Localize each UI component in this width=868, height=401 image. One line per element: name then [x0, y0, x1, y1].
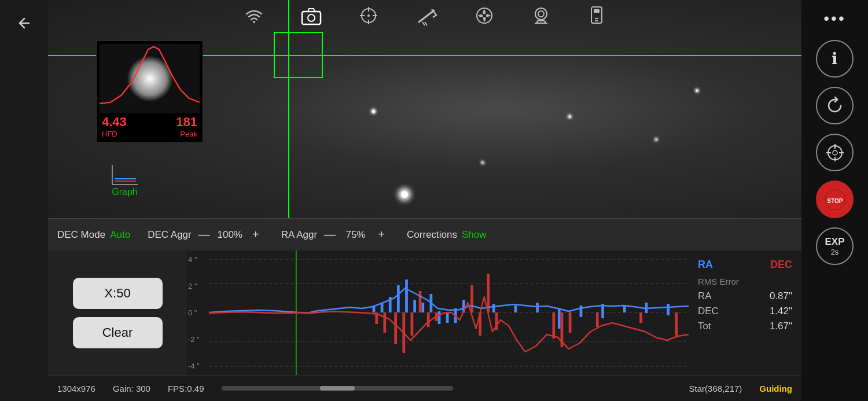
graph-mini-dec [115, 181, 136, 182]
rms-dec-value: 1.42" [770, 306, 792, 317]
dec-mode-value[interactable]: Auto [110, 229, 130, 241]
camera-view[interactable]: 4.43 HFD 181 Peak Graph [48, 0, 801, 218]
refresh-icon [825, 95, 845, 116]
status-bar: 1304x976 Gain: 300 FPS:0.49 Star(368,217… [48, 375, 801, 401]
bell-curve [100, 44, 200, 109]
scroll-thumb[interactable] [320, 386, 355, 391]
peak-number: 181 [176, 115, 197, 130]
stop-button[interactable]: STOP [816, 181, 854, 218]
dec-aggr-minus[interactable]: — [196, 227, 212, 243]
svg-rect-1 [302, 12, 321, 24]
svg-rect-51 [394, 312, 397, 344]
clear-button[interactable]: Clear [73, 317, 163, 348]
ra-aggr-pct: 75% [343, 229, 369, 241]
peak-label: Peak [180, 130, 197, 138]
refresh-button[interactable] [816, 87, 854, 124]
chart-area: X:50 Clear 4 " 2 " 0 " -2 " -4 " [48, 251, 801, 375]
svg-text:STOP: STOP [827, 198, 843, 204]
svg-rect-61 [552, 312, 555, 339]
rms-error-title: RMS Error [698, 277, 792, 287]
camera-icon[interactable] [300, 5, 323, 29]
rms-tot-value: 1.67" [770, 321, 792, 332]
svg-rect-44 [580, 306, 583, 317]
corrections-group: Corrections Show [407, 229, 486, 241]
more-options[interactable]: ••• [823, 9, 845, 28]
svg-rect-50 [383, 312, 386, 333]
rms-dec-label: DEC [770, 259, 792, 271]
svg-rect-43 [558, 308, 561, 329]
dec-aggr-label: DEC Aggr [148, 229, 192, 241]
rms-dec-row: DEC 1.42" [698, 306, 792, 317]
svg-rect-65 [639, 312, 642, 323]
svg-point-12 [483, 14, 486, 17]
exp-button[interactable]: EXP 2s [816, 227, 854, 265]
svg-rect-33 [413, 300, 416, 312]
target-box [274, 32, 323, 78]
svg-rect-42 [536, 303, 539, 312]
storage-icon[interactable] [587, 5, 606, 29]
rms-ra-label: RA [698, 259, 713, 271]
y-label-0: 0 " [188, 308, 208, 317]
rms-panel: RA DEC RMS Error RA 0.87" DEC 1.42" Tot … [689, 251, 801, 375]
corrections-value[interactable]: Show [462, 229, 487, 241]
left-sidebar [0, 0, 48, 401]
ra-aggr-group: RA Aggr — 75% + [281, 227, 389, 243]
fan-icon[interactable] [473, 5, 495, 29]
star [569, 116, 571, 117]
svg-rect-37 [446, 312, 449, 323]
rms-ra-row: RA 0.87" [698, 290, 792, 302]
svg-rect-54 [419, 291, 422, 312]
crosshair-icon[interactable] [358, 5, 380, 29]
wifi-icon[interactable] [243, 5, 265, 29]
star [656, 139, 657, 140]
star [696, 90, 698, 91]
svg-rect-53 [411, 312, 414, 336]
svg-point-13 [535, 8, 547, 20]
scroll-bar[interactable] [222, 386, 453, 391]
x50-button[interactable]: X:50 [73, 278, 163, 309]
svg-point-8 [367, 14, 370, 17]
dec-mode-label: DEC Mode [57, 229, 105, 241]
svg-rect-48 [667, 304, 670, 315]
svg-rect-32 [405, 279, 408, 312]
crosshair-aim-icon [824, 142, 846, 164]
y-label-neg2: -2 " [188, 335, 208, 344]
telescope-icon[interactable] [414, 5, 439, 29]
graph-icon-box[interactable]: Graph [112, 165, 138, 197]
chart-svg [209, 251, 689, 375]
star [482, 162, 483, 163]
dec-aggr-group: DEC Aggr — 100% + [148, 227, 264, 243]
info-button[interactable]: ℹ [816, 40, 854, 78]
rms-ra-value: 0.87" [770, 290, 792, 302]
ra-aggr-plus[interactable]: + [373, 227, 389, 243]
guiding-status: Guiding [759, 384, 792, 393]
rms-tot-axis: Tot [698, 321, 711, 332]
svg-rect-66 [675, 312, 678, 336]
back-icon[interactable] [10, 9, 39, 38]
svg-point-2 [308, 14, 315, 21]
graph-label[interactable]: Graph [112, 187, 137, 197]
graph-mini [112, 165, 138, 185]
rms-header: RA DEC [698, 259, 792, 271]
webcam-icon[interactable] [530, 5, 552, 29]
crosshair-button[interactable] [816, 134, 854, 171]
ra-aggr-label: RA Aggr [281, 229, 317, 241]
graph-mini-ra [115, 178, 136, 179]
resolution: 1304x976 [57, 384, 95, 393]
fps: FPS:0.49 [168, 384, 204, 393]
svg-rect-41 [514, 306, 517, 312]
right-sidebar: ••• ℹ STOP EXP 2s [801, 0, 868, 401]
ra-aggr-minus[interactable]: — [322, 227, 338, 243]
svg-rect-64 [596, 312, 599, 327]
svg-rect-57 [470, 285, 473, 312]
y-label-2: 2 " [188, 282, 208, 290]
exp-label: EXP [825, 236, 844, 248]
exp-value: 2s [831, 248, 839, 256]
info-icon: ℹ [832, 49, 838, 68]
gain: Gain: 300 [113, 384, 150, 393]
hfd-right: 181 Peak [176, 115, 197, 138]
dec-aggr-pct: 100% [217, 229, 243, 241]
svg-rect-63 [569, 312, 572, 333]
dec-aggr-plus[interactable]: + [248, 227, 264, 243]
star-bright [401, 191, 408, 198]
